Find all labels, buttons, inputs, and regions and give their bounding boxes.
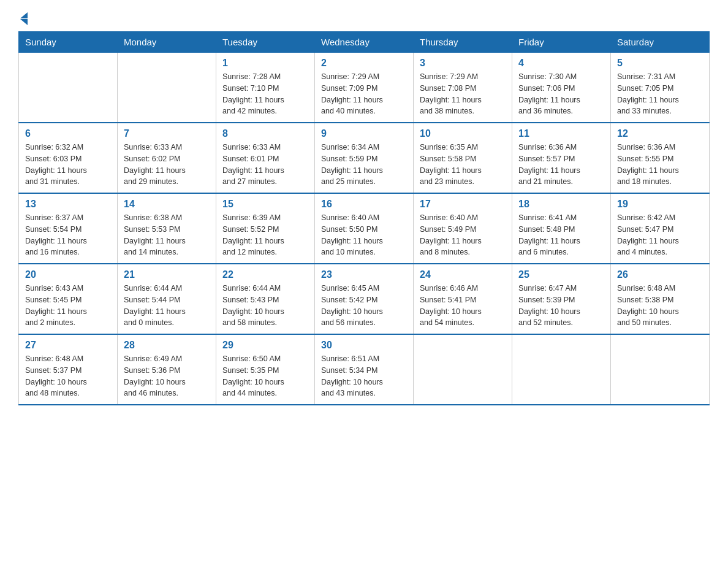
day-number: 21 bbox=[124, 269, 210, 280]
day-number: 22 bbox=[222, 269, 308, 280]
day-number: 2 bbox=[321, 58, 407, 69]
day-info: Sunrise: 6:34 AM Sunset: 5:59 PM Dayligh… bbox=[321, 142, 407, 188]
day-number: 26 bbox=[617, 269, 703, 280]
weekday-header-tuesday: Tuesday bbox=[216, 32, 315, 53]
day-info: Sunrise: 6:49 AM Sunset: 5:36 PM Dayligh… bbox=[124, 353, 210, 399]
weekday-header-friday: Friday bbox=[512, 32, 611, 53]
calendar-day-cell: 25Sunrise: 6:47 AM Sunset: 5:39 PM Dayli… bbox=[512, 264, 611, 334]
day-number: 30 bbox=[321, 340, 407, 351]
calendar-day-cell: 8Sunrise: 6:33 AM Sunset: 6:01 PM Daylig… bbox=[216, 123, 315, 193]
day-number: 18 bbox=[518, 199, 604, 210]
day-info: Sunrise: 7:28 AM Sunset: 7:10 PM Dayligh… bbox=[222, 71, 308, 117]
calendar-day-cell: 14Sunrise: 6:38 AM Sunset: 5:53 PM Dayli… bbox=[118, 193, 216, 264]
calendar-day-cell: 26Sunrise: 6:48 AM Sunset: 5:38 PM Dayli… bbox=[611, 264, 710, 334]
day-info: Sunrise: 6:41 AM Sunset: 5:48 PM Dayligh… bbox=[518, 212, 604, 258]
day-number: 19 bbox=[617, 199, 703, 210]
calendar-day-cell: 3Sunrise: 7:29 AM Sunset: 7:08 PM Daylig… bbox=[414, 53, 512, 123]
weekday-header-thursday: Thursday bbox=[414, 32, 512, 53]
day-number: 16 bbox=[321, 199, 407, 210]
day-number: 23 bbox=[321, 269, 407, 280]
day-info: Sunrise: 6:35 AM Sunset: 5:58 PM Dayligh… bbox=[420, 142, 506, 188]
day-number: 14 bbox=[124, 199, 210, 210]
calendar-day-cell: 2Sunrise: 7:29 AM Sunset: 7:09 PM Daylig… bbox=[315, 53, 414, 123]
calendar-day-cell: 7Sunrise: 6:33 AM Sunset: 6:02 PM Daylig… bbox=[118, 123, 216, 193]
calendar-day-cell bbox=[414, 334, 512, 405]
day-number: 4 bbox=[518, 58, 604, 69]
day-info: Sunrise: 6:39 AM Sunset: 5:52 PM Dayligh… bbox=[222, 212, 308, 258]
day-info: Sunrise: 6:42 AM Sunset: 5:47 PM Dayligh… bbox=[617, 212, 703, 258]
day-number: 12 bbox=[617, 128, 703, 139]
calendar-week-row: 13Sunrise: 6:37 AM Sunset: 5:54 PM Dayli… bbox=[19, 193, 710, 264]
calendar-day-cell: 9Sunrise: 6:34 AM Sunset: 5:59 PM Daylig… bbox=[315, 123, 414, 193]
calendar-day-cell: 1Sunrise: 7:28 AM Sunset: 7:10 PM Daylig… bbox=[216, 53, 315, 123]
calendar-day-cell: 20Sunrise: 6:43 AM Sunset: 5:45 PM Dayli… bbox=[19, 264, 118, 334]
calendar-day-cell: 24Sunrise: 6:46 AM Sunset: 5:41 PM Dayli… bbox=[414, 264, 512, 334]
day-number: 15 bbox=[222, 199, 308, 210]
calendar-header-row: SundayMondayTuesdayWednesdayThursdayFrid… bbox=[19, 32, 710, 53]
calendar-day-cell: 22Sunrise: 6:44 AM Sunset: 5:43 PM Dayli… bbox=[216, 264, 315, 334]
calendar-day-cell: 28Sunrise: 6:49 AM Sunset: 5:36 PM Dayli… bbox=[118, 334, 216, 405]
calendar-day-cell: 5Sunrise: 7:31 AM Sunset: 7:05 PM Daylig… bbox=[611, 53, 710, 123]
weekday-header-wednesday: Wednesday bbox=[315, 32, 414, 53]
calendar-week-row: 27Sunrise: 6:48 AM Sunset: 5:37 PM Dayli… bbox=[19, 334, 710, 405]
day-number: 27 bbox=[25, 340, 111, 351]
day-number: 28 bbox=[124, 340, 210, 351]
day-info: Sunrise: 6:36 AM Sunset: 5:55 PM Dayligh… bbox=[617, 142, 703, 188]
day-info: Sunrise: 6:45 AM Sunset: 5:42 PM Dayligh… bbox=[321, 283, 407, 329]
calendar-day-cell: 18Sunrise: 6:41 AM Sunset: 5:48 PM Dayli… bbox=[512, 193, 611, 264]
weekday-header-saturday: Saturday bbox=[611, 32, 710, 53]
logo bbox=[18, 12, 28, 25]
calendar-day-cell bbox=[512, 334, 611, 405]
calendar-week-row: 6Sunrise: 6:32 AM Sunset: 6:03 PM Daylig… bbox=[19, 123, 710, 193]
day-info: Sunrise: 6:43 AM Sunset: 5:45 PM Dayligh… bbox=[25, 283, 111, 329]
day-number: 20 bbox=[25, 269, 111, 280]
calendar-day-cell: 12Sunrise: 6:36 AM Sunset: 5:55 PM Dayli… bbox=[611, 123, 710, 193]
weekday-header-monday: Monday bbox=[118, 32, 216, 53]
calendar-day-cell: 13Sunrise: 6:37 AM Sunset: 5:54 PM Dayli… bbox=[19, 193, 118, 264]
calendar-day-cell: 10Sunrise: 6:35 AM Sunset: 5:58 PM Dayli… bbox=[414, 123, 512, 193]
calendar-day-cell: 4Sunrise: 7:30 AM Sunset: 7:06 PM Daylig… bbox=[512, 53, 611, 123]
calendar-day-cell: 15Sunrise: 6:39 AM Sunset: 5:52 PM Dayli… bbox=[216, 193, 315, 264]
calendar-week-row: 20Sunrise: 6:43 AM Sunset: 5:45 PM Dayli… bbox=[19, 264, 710, 334]
day-info: Sunrise: 6:44 AM Sunset: 5:43 PM Dayligh… bbox=[222, 283, 308, 329]
day-info: Sunrise: 6:47 AM Sunset: 5:39 PM Dayligh… bbox=[518, 283, 604, 329]
calendar-day-cell bbox=[118, 53, 216, 123]
day-info: Sunrise: 7:30 AM Sunset: 7:06 PM Dayligh… bbox=[518, 71, 604, 117]
day-info: Sunrise: 7:31 AM Sunset: 7:05 PM Dayligh… bbox=[617, 71, 703, 117]
day-info: Sunrise: 6:48 AM Sunset: 5:38 PM Dayligh… bbox=[617, 283, 703, 329]
calendar-day-cell: 21Sunrise: 6:44 AM Sunset: 5:44 PM Dayli… bbox=[118, 264, 216, 334]
calendar-table: SundayMondayTuesdayWednesdayThursdayFrid… bbox=[18, 31, 710, 405]
day-number: 11 bbox=[518, 128, 604, 139]
day-info: Sunrise: 6:40 AM Sunset: 5:50 PM Dayligh… bbox=[321, 212, 407, 258]
calendar-day-cell: 11Sunrise: 6:36 AM Sunset: 5:57 PM Dayli… bbox=[512, 123, 611, 193]
calendar-day-cell: 23Sunrise: 6:45 AM Sunset: 5:42 PM Dayli… bbox=[315, 264, 414, 334]
day-info: Sunrise: 6:33 AM Sunset: 6:01 PM Dayligh… bbox=[222, 142, 308, 188]
day-info: Sunrise: 6:40 AM Sunset: 5:49 PM Dayligh… bbox=[420, 212, 506, 258]
day-info: Sunrise: 6:32 AM Sunset: 6:03 PM Dayligh… bbox=[25, 142, 111, 188]
day-number: 6 bbox=[25, 128, 111, 139]
day-info: Sunrise: 6:46 AM Sunset: 5:41 PM Dayligh… bbox=[420, 283, 506, 329]
day-info: Sunrise: 6:51 AM Sunset: 5:34 PM Dayligh… bbox=[321, 353, 407, 399]
day-number: 8 bbox=[222, 128, 308, 139]
day-info: Sunrise: 7:29 AM Sunset: 7:09 PM Dayligh… bbox=[321, 71, 407, 117]
day-number: 1 bbox=[222, 58, 308, 69]
day-number: 5 bbox=[617, 58, 703, 69]
calendar-day-cell bbox=[611, 334, 710, 405]
calendar-week-row: 1Sunrise: 7:28 AM Sunset: 7:10 PM Daylig… bbox=[19, 53, 710, 123]
day-number: 9 bbox=[321, 128, 407, 139]
day-info: Sunrise: 7:29 AM Sunset: 7:08 PM Dayligh… bbox=[420, 71, 506, 117]
calendar-day-cell: 27Sunrise: 6:48 AM Sunset: 5:37 PM Dayli… bbox=[19, 334, 118, 405]
calendar-day-cell bbox=[19, 53, 118, 123]
day-number: 10 bbox=[420, 128, 506, 139]
day-number: 7 bbox=[124, 128, 210, 139]
calendar-day-cell: 6Sunrise: 6:32 AM Sunset: 6:03 PM Daylig… bbox=[19, 123, 118, 193]
calendar-day-cell: 30Sunrise: 6:51 AM Sunset: 5:34 PM Dayli… bbox=[315, 334, 414, 405]
day-number: 24 bbox=[420, 269, 506, 280]
day-number: 3 bbox=[420, 58, 506, 69]
weekday-header-sunday: Sunday bbox=[19, 32, 118, 53]
day-number: 17 bbox=[420, 199, 506, 210]
calendar-day-cell: 17Sunrise: 6:40 AM Sunset: 5:49 PM Dayli… bbox=[414, 193, 512, 264]
calendar-day-cell: 19Sunrise: 6:42 AM Sunset: 5:47 PM Dayli… bbox=[611, 193, 710, 264]
day-info: Sunrise: 6:50 AM Sunset: 5:35 PM Dayligh… bbox=[222, 353, 308, 399]
day-info: Sunrise: 6:33 AM Sunset: 6:02 PM Dayligh… bbox=[124, 142, 210, 188]
